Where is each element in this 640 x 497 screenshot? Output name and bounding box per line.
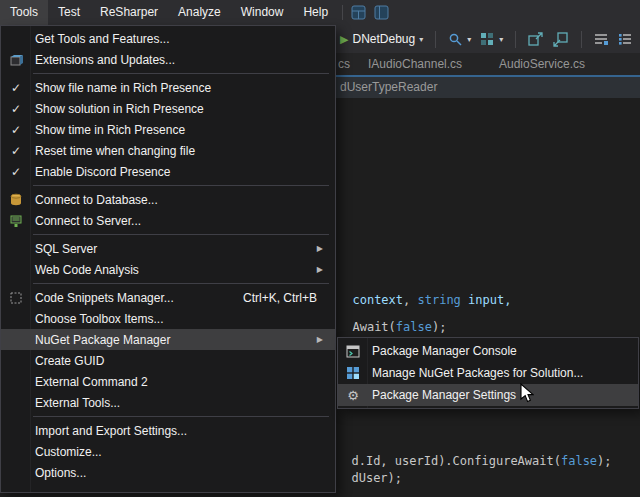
chevron-down-icon: ▾	[419, 35, 423, 44]
snippets-icon	[9, 291, 23, 305]
search-icon	[448, 32, 463, 47]
menu-bar: Tools Test ReSharper Analyze Window Help	[0, 0, 640, 25]
chevron-down-icon: ▾	[467, 35, 471, 44]
console-icon	[346, 345, 360, 358]
menubar-item-window[interactable]: Window	[231, 0, 294, 25]
menu-item-external-command-2[interactable]: External Command 2	[1, 371, 335, 392]
menubar-item-tools[interactable]: Tools	[0, 0, 48, 25]
check-icon: ✓	[11, 123, 21, 137]
menu-item-customize[interactable]: Customize...	[1, 441, 335, 462]
shortcut-label: Ctrl+K, Ctrl+B	[243, 291, 329, 305]
submenu-item-manage-nuget-packages-for-solution[interactable]: Manage NuGet Packages for Solution...	[338, 362, 638, 384]
extensions-icon	[9, 53, 23, 67]
window-export-icon	[528, 32, 544, 47]
menu-item-web-code-analysis[interactable]: Web Code Analysis ▶	[1, 259, 335, 280]
menu-item-show-file-name-rich-presence[interactable]: ✓ Show file name in Rich Presence	[1, 77, 335, 98]
pop-in-window-button[interactable]	[553, 32, 569, 47]
debug-target-label: DNetDebug	[352, 32, 415, 46]
menu-item-connect-to-server[interactable]: Connect to Server...	[1, 210, 335, 231]
submenu-arrow-icon: ▶	[317, 244, 329, 253]
pop-out-window-button[interactable]	[528, 32, 544, 47]
menu-item-choose-toolbox-items[interactable]: Choose Toolbox Items...	[1, 308, 335, 329]
menu-item-extensions-and-updates[interactable]: Extensions and Updates...	[1, 49, 335, 70]
menu-separator	[33, 73, 329, 74]
menu-item-get-tools-and-features[interactable]: Get Tools and Features...	[1, 28, 335, 49]
menu-separator	[33, 283, 329, 284]
tab-partial[interactable]: cs	[338, 53, 350, 75]
menu-item-nuget-package-manager[interactable]: NuGet Package Manager ▶	[1, 329, 335, 350]
check-icon: ✓	[11, 81, 21, 95]
menu-item-external-tools[interactable]: External Tools...	[1, 392, 335, 413]
tab-audioservice[interactable]: AudioService.cs	[499, 53, 585, 75]
menu-item-show-time-rich-presence[interactable]: ✓ Show time in Rich Presence	[1, 119, 335, 140]
grid-tool-button[interactable]: ▾	[480, 32, 503, 47]
toolbar-separator	[581, 31, 582, 48]
code-line: context, string input,	[338, 279, 511, 307]
check-icon: ✓	[11, 165, 21, 179]
menu-item-reset-time-when-changing-file[interactable]: ✓ Reset time when changing file	[1, 140, 335, 161]
grid-icon	[480, 32, 495, 47]
panel-layout-icon[interactable]	[374, 5, 389, 20]
submenu-arrow-icon: ▶	[317, 335, 329, 344]
toolbar-separator	[435, 31, 436, 48]
submenu-item-package-manager-console[interactable]: Package Manager Console	[338, 340, 638, 362]
menubar-item-analyze[interactable]: Analyze	[168, 0, 231, 25]
menu-item-code-snippets-manager[interactable]: Code Snippets Manager... Ctrl+K, Ctrl+B	[1, 287, 335, 308]
menu-item-import-and-export-settings[interactable]: Import and Export Settings...	[1, 420, 335, 441]
menu-item-connect-to-database[interactable]: Connect to Database...	[1, 189, 335, 210]
breadcrumb[interactable]: dUserTypeReader	[340, 77, 437, 98]
gear-icon: ⚙	[347, 389, 359, 402]
code-line: se);	[337, 484, 380, 497]
submenu-arrow-icon: ▶	[317, 265, 329, 274]
sort-list-button[interactable]	[594, 33, 609, 46]
menubar-separator	[342, 5, 343, 20]
menu-separator	[33, 234, 329, 235]
check-icon: ✓	[11, 144, 21, 158]
search-tool-button[interactable]: ▾	[448, 32, 471, 47]
code-line: Await(false);	[338, 306, 446, 334]
window-import-icon	[553, 32, 569, 47]
menubar-item-help[interactable]: Help	[293, 0, 338, 25]
indent-list-button[interactable]	[618, 33, 633, 46]
mouse-cursor	[520, 383, 534, 408]
server-icon	[9, 214, 23, 228]
list-icon	[594, 33, 609, 46]
nuget-submenu: Package Manager Console Manage NuGet Pac…	[337, 337, 639, 409]
code-line: dUser);	[337, 457, 402, 485]
tab-iaudiochannel[interactable]: IAudioChannel.cs	[368, 53, 462, 75]
play-icon: ▶	[340, 33, 348, 46]
menubar-item-resharper[interactable]: ReSharper	[90, 0, 168, 25]
menu-separator	[33, 185, 329, 186]
check-icon: ✓	[11, 102, 21, 116]
database-icon	[9, 193, 23, 207]
menu-item-show-solution-rich-presence[interactable]: ✓ Show solution in Rich Presence	[1, 98, 335, 119]
menu-item-create-guid[interactable]: Create GUID	[1, 350, 335, 371]
nuget-packages-icon	[346, 366, 360, 380]
start-debug-button[interactable]: ▶ DNetDebug ▾	[340, 32, 423, 46]
toolbar-separator	[515, 31, 516, 48]
menu-item-sql-server[interactable]: SQL Server ▶	[1, 238, 335, 259]
menubar-item-test[interactable]: Test	[48, 0, 90, 25]
menu-separator	[33, 416, 329, 417]
window-grid-icon[interactable]	[351, 5, 366, 20]
chevron-down-icon: ▾	[499, 35, 503, 44]
menu-item-options[interactable]: Options...	[1, 462, 335, 483]
tools-menu: Get Tools and Features... Extensions and…	[0, 25, 336, 493]
numbered-list-icon	[618, 33, 633, 46]
submenu-item-package-manager-settings[interactable]: ⚙ Package Manager Settings	[338, 384, 638, 406]
menu-item-enable-discord-presence[interactable]: ✓ Enable Discord Presence	[1, 161, 335, 182]
